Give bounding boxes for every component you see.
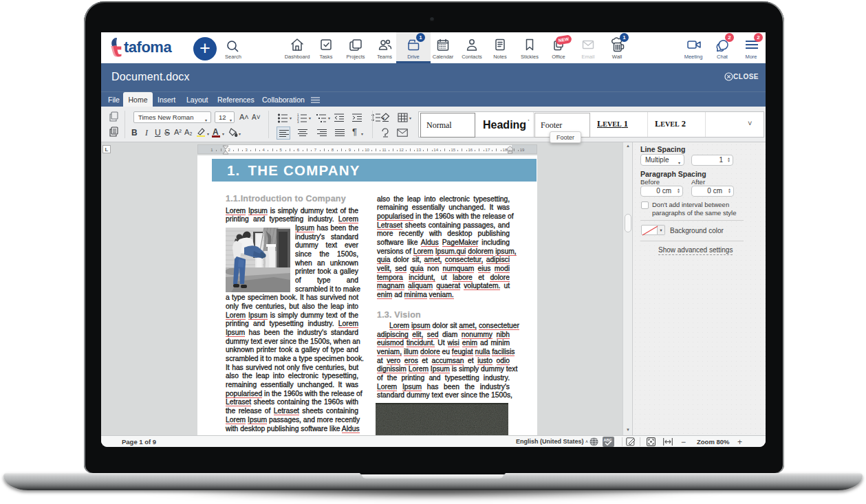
svg-text:3: 3 bbox=[297, 120, 299, 123]
